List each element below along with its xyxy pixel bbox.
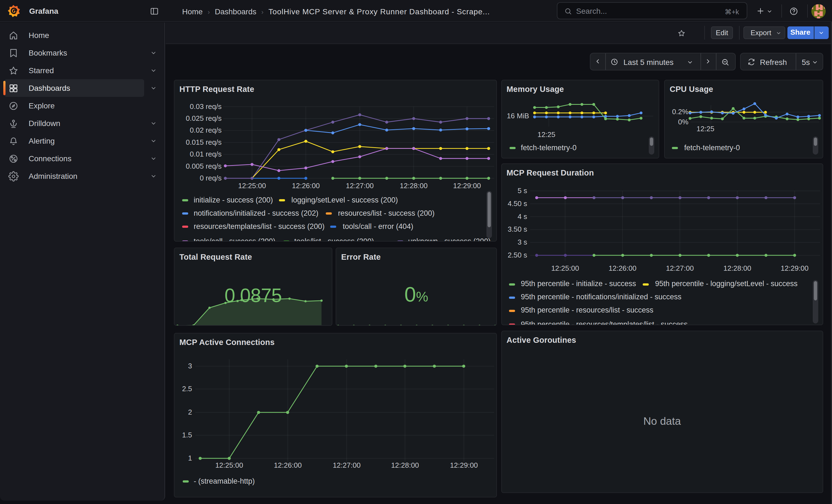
svg-text:1.5: 1.5 [182, 431, 192, 439]
svg-text:12:28:00: 12:28:00 [391, 461, 419, 469]
svg-text:5 s: 5 s [517, 187, 527, 195]
svg-text:16 MiB: 16 MiB [506, 112, 529, 120]
svg-text:0.02 req/s: 0.02 req/s [190, 126, 222, 134]
svg-text:0.2%: 0.2% [672, 108, 688, 116]
svg-text:1: 1 [188, 454, 192, 462]
svg-text:12:28:00: 12:28:00 [723, 264, 751, 272]
svg-text:3 s: 3 s [517, 238, 527, 246]
svg-text:0.01 req/s: 0.01 req/s [190, 150, 222, 158]
svg-text:12:25: 12:25 [537, 130, 555, 139]
svg-text:0 req/s: 0 req/s [200, 174, 222, 182]
svg-text:12:25: 12:25 [696, 125, 714, 133]
svg-text:12:25:00: 12:25:00 [215, 461, 243, 469]
svg-text:12:25:00: 12:25:00 [551, 264, 579, 272]
svg-text:0.025 req/s: 0.025 req/s [186, 114, 222, 123]
svg-text:12:26:00: 12:26:00 [608, 264, 636, 272]
svg-text:2.5: 2.5 [182, 384, 192, 393]
svg-text:12:25:00: 12:25:00 [238, 182, 266, 190]
svg-text:12:27:00: 12:27:00 [666, 264, 693, 272]
svg-text:12:26:00: 12:26:00 [274, 461, 302, 469]
svg-text:3: 3 [188, 362, 192, 370]
svg-text:0%: 0% [678, 118, 688, 126]
svg-text:4 s: 4 s [517, 212, 527, 221]
svg-text:2.50 s: 2.50 s [508, 251, 527, 259]
svg-text:12:29:00: 12:29:00 [450, 461, 478, 469]
svg-text:12:28:00: 12:28:00 [400, 182, 427, 190]
svg-text:12:26:00: 12:26:00 [292, 182, 320, 190]
svg-text:0.005 req/s: 0.005 req/s [186, 162, 222, 170]
svg-text:0.03 req/s: 0.03 req/s [190, 102, 222, 111]
svg-text:12:29:00: 12:29:00 [453, 182, 481, 190]
svg-text:0.015 req/s: 0.015 req/s [186, 138, 222, 147]
svg-text:12:27:00: 12:27:00 [346, 182, 374, 190]
svg-text:12:29:00: 12:29:00 [781, 264, 808, 272]
svg-text:2: 2 [188, 408, 192, 416]
svg-text:3.50 s: 3.50 s [508, 225, 527, 233]
svg-text:4.50 s: 4.50 s [508, 200, 527, 208]
svg-text:12:27:00: 12:27:00 [333, 461, 360, 469]
